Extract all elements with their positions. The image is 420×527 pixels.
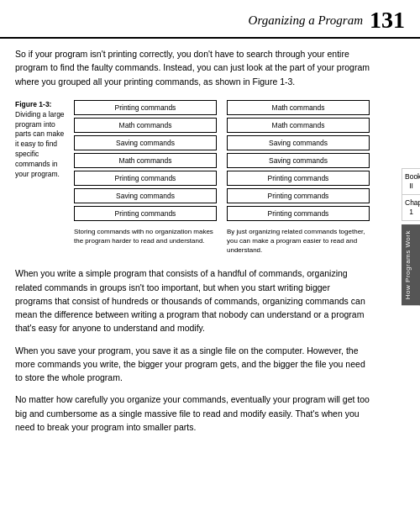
figure-area: Figure 1-3: Dividing a large program int…	[15, 100, 370, 256]
left-box-4: Math commands	[74, 153, 217, 168]
right-box-6: Printing commands	[227, 188, 370, 203]
right-box-2: Math commands	[227, 118, 370, 133]
body-paragraph-2: When you save your program, you save it …	[15, 344, 370, 385]
left-box-7: Printing commands	[74, 206, 217, 221]
intro-paragraph: So if your program isn't printing correc…	[15, 47, 370, 88]
figure-title: Figure 1-3:	[15, 100, 51, 108]
figure-body-label: Dividing a large program into parts can …	[15, 110, 65, 178]
right-box-4: Saving commands	[227, 153, 370, 168]
figure-label-column: Figure 1-3: Dividing a large program int…	[15, 100, 74, 180]
right-diagram-caption: By just organizing related commands toge…	[227, 227, 370, 256]
figure-diagrams: Printing commands Math commands Saving c…	[74, 100, 370, 256]
left-box-5: Printing commands	[74, 171, 217, 186]
tab-chapter-label: Chapter 1	[402, 195, 420, 221]
left-diagram-caption: Storing commands with no organization ma…	[74, 227, 217, 245]
header-title: Organizing a Program	[249, 13, 363, 28]
left-box-6: Saving commands	[74, 188, 217, 203]
body-paragraph-3: No matter how carefully you organize you…	[15, 393, 370, 434]
body-paragraph-1: When you write a simple program that con…	[15, 266, 370, 335]
main-content: So if your program isn't printing correc…	[0, 39, 420, 442]
tab-section-label: How Programs Work	[402, 224, 420, 305]
header-page-number: 131	[370, 8, 405, 32]
right-diagram: Math commands Math commands Saving comma…	[227, 100, 370, 256]
right-box-7: Printing commands	[227, 206, 370, 221]
page-header: Organizing a Program 131	[0, 0, 420, 39]
right-box-1: Math commands	[227, 100, 370, 115]
left-diagram: Printing commands Math commands Saving c…	[74, 100, 217, 256]
page-container: Organizing a Program 131 Book II Chapter…	[0, 0, 420, 527]
right-box-3: Saving commands	[227, 135, 370, 150]
left-box-1: Printing commands	[74, 100, 217, 115]
right-tab: Book II Chapter 1 How Programs Work	[402, 168, 420, 305]
left-box-2: Math commands	[74, 118, 217, 133]
right-box-5: Printing commands	[227, 171, 370, 186]
tab-book-label: Book II	[402, 168, 420, 195]
left-box-3: Saving commands	[74, 135, 217, 150]
